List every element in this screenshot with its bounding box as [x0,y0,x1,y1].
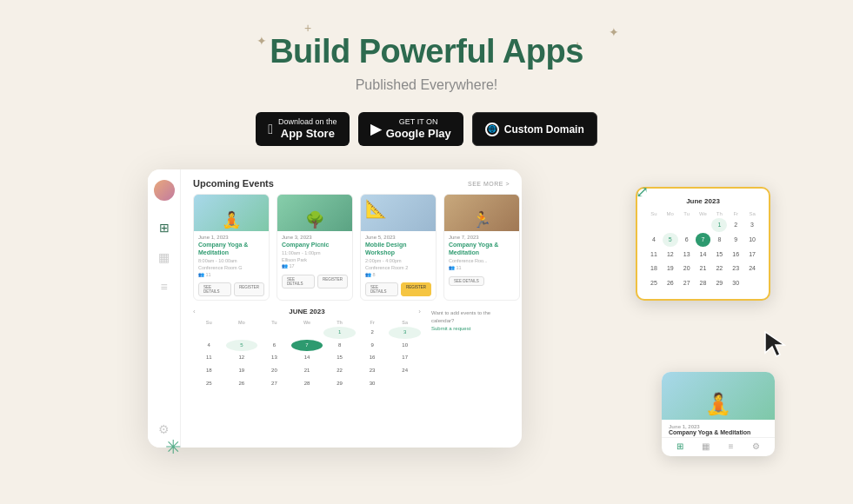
badge-row:  Download on the App Store ▶ GET IT ON … [0,112,853,146]
hero-section: Build Powerful Apps Published Everywhere… [0,0,853,146]
see-more-link[interactable]: SEE MORE > [468,181,510,187]
yoga-figure: 🧘 [222,210,241,229]
event-meta-2: 11:00am - 1:00pm Ellison Park 👥 17 [277,250,352,272]
event-actions-4: SEE DETAILS [444,274,519,289]
fe-calendar-icon[interactable]: ▦ [702,441,710,451]
event-name-4: Company Yoga & Meditation [444,241,519,258]
see-details-btn-4[interactable]: SEE DETAILS [449,276,484,286]
cal-next-btn[interactable]: › [418,308,421,315]
custom-domain-badge[interactable]: 🌐 Custom Domain [472,112,597,146]
app-store-badge[interactable]:  Download on the App Store [256,112,349,146]
app-store-text: Download on the App Store [278,118,337,140]
event-time-1: 8:00am - 10:00am [198,258,264,265]
event-attendees-2: 👥 17 [282,263,348,270]
floating-event-image: 🧘 [662,372,775,420]
event-name-3: Mobile Design Workshop [361,241,436,258]
sidebar-grid-icon[interactable]: ⊞ [157,220,172,235]
company-figure: 🏃 [472,210,491,229]
event-meta-1: 8:00am - 10:00am Conference Room G 👥 11 [194,258,269,280]
events-grid: 🧘 June 1, 2023 Company Yoga & Meditation… [181,194,522,308]
play-icon: ▶ [370,121,381,137]
event-time-2: 11:00am - 1:00pm [282,250,348,257]
event-attendees-3: 👥 8 [365,272,431,279]
event-image-company: 🏃 [444,195,519,231]
event-date-4: June 7, 2023 [444,231,519,241]
event-location-3: Conference Room 2 [365,265,431,272]
cal-day-1[interactable]: 1 [323,327,356,339]
fe-grid-icon[interactable]: ⊞ [676,441,683,451]
cursor-arrow-icon [763,330,788,363]
cal-prev-btn[interactable]: ‹ [193,308,196,315]
see-details-btn-3[interactable]: SEE DETAILS [365,282,398,296]
fc-day-5[interactable]: 5 [663,233,678,247]
floating-event-figure: 🧘 [705,392,731,416]
event-card-1: 🧘 June 1, 2023 Company Yoga & Meditation… [193,194,270,301]
snowflake-icon: ✳ [165,436,181,459]
picnic-figure: 🌳 [305,210,324,229]
register-btn-3[interactable]: REGISTER [401,282,431,296]
hero-title: Build Powerful Apps [0,33,853,70]
event-location-4: Conference Roo... [449,258,515,265]
event-image-picnic: 🌳 [277,195,352,231]
floating-event-actions: ⊞ ▦ ≡ ⚙ [662,437,775,456]
event-actions-3: SEE DETAILS REGISTER [361,280,436,300]
hero-subtitle: Published Everywhere! [0,77,853,93]
google-play-text: GET IT ON Google Play [386,118,451,140]
event-meta-3: 2:00pm - 4:00pm Conference Room 2 👥 8 [361,258,436,280]
submit-request-link[interactable]: Submit a request [431,326,470,331]
sidebar-settings-icon[interactable]: ⚙ [157,421,172,437]
event-actions-1: SEE DETAILS REGISTER [194,280,269,300]
event-time-3: 2:00pm - 4:00pm [365,258,431,265]
cal-day-5[interactable]: 5 [226,340,258,352]
cal-day-7-today[interactable]: 7 [291,340,323,352]
event-name-1: Company Yoga & Meditation [194,241,269,258]
fe-settings-icon[interactable]: ⚙ [752,441,760,451]
event-card-3: 📐 June 5, 2023 Mobile Design Workshop 2:… [360,194,436,301]
app-sidebar: ⊞ ▦ ≡ ⚙ [148,169,181,448]
fc-day-1[interactable]: 1 [711,218,727,232]
calendar-month-title: JUNE 2023 [289,308,324,315]
register-btn-2[interactable]: REGISTER [317,275,348,288]
sidebar-list-icon[interactable]: ≡ [157,279,172,295]
cal-day-3[interactable]: 3 [389,327,421,339]
user-avatar [154,180,175,201]
cal-day-2[interactable]: 2 [357,327,389,339]
mini-calendar: ‹ JUNE 2023 › Su Mo Tu We Th Fr Sa [193,308,421,389]
event-date-3: June 5, 2023 [361,231,436,241]
floating-calendar-widget: June 2023 Su Mo Tu We Th Fr Sa 1 2 3 4 5… [636,187,770,301]
event-card-4: 🏃 June 7, 2023 Company Yoga & Meditation… [443,194,520,301]
svg-marker-0 [765,332,784,356]
event-attendees-4: 👥 11 [449,265,515,272]
fc-day-7-today[interactable]: 7 [696,233,711,247]
event-name-2: Company Picnic [277,241,352,250]
floating-event-name: Company Yoga & Meditation [669,429,750,435]
fe-list-icon[interactable]: ≡ [729,441,734,451]
event-image-yoga: 🧘 [194,195,269,231]
register-btn-1[interactable]: REGISTER [234,282,264,296]
floating-calendar-grid: Su Mo Tu We Th Fr Sa 1 2 3 4 5 6 7 8 9 1… [646,210,760,290]
events-title: Upcoming Events [193,178,274,189]
event-attendees-1: 👥 11 [198,272,264,279]
calendar-header: ‹ JUNE 2023 › [193,308,421,315]
notes-text: Want to add events to the calendar? Subm… [431,309,510,333]
event-image-design: 📐 [361,195,436,231]
floating-calendar-title: June 2023 [646,197,760,205]
globe-icon: 🌐 [485,123,499,136]
notes-section: Want to add events to the calendar? Subm… [431,308,510,389]
floating-event-title: June 1, 2023 Company Yoga & Meditation [662,420,775,437]
events-header: Upcoming Events SEE MORE > [181,169,522,194]
event-actions-2: SEE DETAILS REGISTER [277,272,352,292]
app-mockup: ⊞ ▦ ≡ ⚙ Upcoming Events SEE MORE > 🧘 Jun… [148,169,522,448]
google-play-badge[interactable]: ▶ GET IT ON Google Play [358,112,463,146]
see-details-btn-2[interactable]: SEE DETAILS [282,275,315,288]
see-details-btn-1[interactable]: SEE DETAILS [198,282,231,296]
event-location-1: Conference Room G [198,265,264,272]
apple-icon:  [268,122,273,137]
floating-event-card: 🧘 June 1, 2023 Company Yoga & Meditation… [662,372,775,456]
calendar-section: ‹ JUNE 2023 › Su Mo Tu We Th Fr Sa [181,308,522,389]
sidebar-calendar-icon[interactable]: ▦ [157,249,172,265]
calendar-grid: Su Mo Tu We Th Fr Sa 1 2 3 [193,319,421,389]
design-figure: 📐 [365,198,387,219]
event-date-1: June 1, 2023 [194,231,269,241]
resize-icon: ⤢ [636,182,649,202]
